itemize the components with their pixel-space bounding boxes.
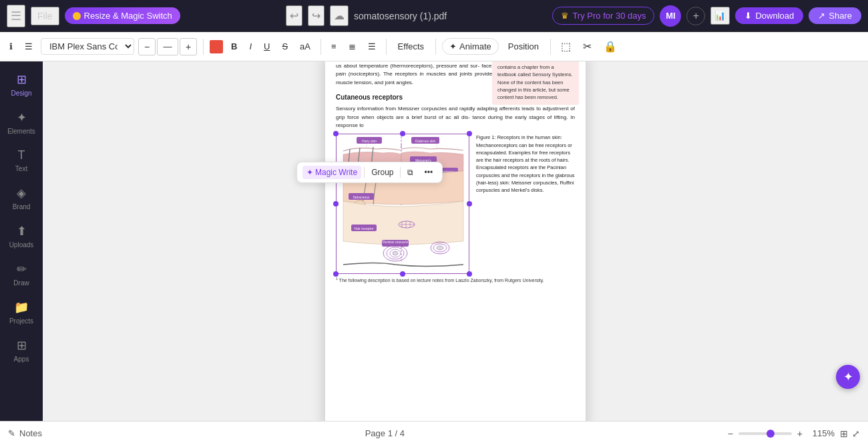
- bottom-bar: ✎ Notes Page 1 / 4 − + 115% ⊞ ⤢: [0, 421, 868, 445]
- redo-button[interactable]: ↪: [308, 5, 324, 26]
- sidebar-item-label: Uploads: [9, 241, 34, 249]
- bold-button[interactable]: B: [227, 39, 241, 54]
- sidebar-item-label: Apps: [14, 355, 29, 363]
- try-pro-button[interactable]: ♛ Try Pro for 30 days: [552, 7, 654, 25]
- sidebar-item-apps[interactable]: ⊞ Apps: [3, 333, 40, 368]
- pink-note: contains a chapter from a textbook calle…: [492, 61, 579, 105]
- canvas-area[interactable]: ✦ Magic Write Group ⧉ ••• contains a cha…: [43, 61, 868, 421]
- italic-button[interactable]: I: [245, 39, 256, 54]
- position-button[interactable]: Position: [503, 39, 544, 54]
- magic-write-icon: ✦: [306, 168, 313, 177]
- file-button[interactable]: File: [31, 7, 59, 25]
- skin-diagram-svg: Hairy skin Glabrous skin: [337, 134, 469, 274]
- divider-5: [550, 39, 551, 55]
- divider-4: [435, 39, 436, 55]
- uploads-icon: ⬆: [17, 224, 27, 239]
- grid-view-button[interactable]: ⊞: [840, 428, 848, 439]
- selection-handle-ml: [333, 201, 339, 206]
- zoom-slider[interactable]: [738, 432, 792, 435]
- font-size-group: − +: [138, 38, 197, 55]
- effects-button[interactable]: Effects: [393, 39, 430, 54]
- sidebar-item-design[interactable]: ⊞ Design: [3, 67, 40, 102]
- info-button[interactable]: ℹ: [5, 39, 17, 54]
- font-size-increase-button[interactable]: +: [180, 38, 197, 55]
- copy-button[interactable]: ⧉: [403, 166, 417, 179]
- zoom-in-button[interactable]: +: [797, 428, 803, 439]
- fullscreen-button[interactable]: ⤢: [852, 428, 860, 439]
- sidebar-item-uploads[interactable]: ⬆ Uploads: [3, 218, 40, 254]
- selection-handle-tr: [467, 131, 472, 136]
- left-sidebar: ⊞ Design ✦ Elements T Text ◈ Brand ⬆ Upl…: [0, 61, 43, 421]
- svg-point-42: [393, 251, 398, 255]
- animate-button[interactable]: ✦ Animate: [442, 38, 499, 55]
- more-options-button[interactable]: •••: [420, 166, 437, 179]
- topbar: ☰ File Resize & Magic Switch ↩ ↪ ☁ somat…: [0, 0, 868, 32]
- font-family-selector[interactable]: IBM Plex Sans Co...: [41, 38, 134, 55]
- animate-icon: ✦: [449, 41, 457, 51]
- notes-icon: ✎: [8, 428, 15, 438]
- zoom-level-label: 115%: [808, 428, 835, 438]
- align-right-button[interactable]: ☰: [364, 39, 380, 54]
- body-text-2: Sensory information from Meissner corpus…: [336, 105, 575, 130]
- pattern-button[interactable]: ⬚: [557, 37, 575, 55]
- sidebar-item-projects[interactable]: 📁 Projects: [3, 295, 40, 330]
- add-collaborator-button[interactable]: +: [686, 7, 705, 25]
- font-size-input[interactable]: [157, 38, 178, 55]
- align-center-button[interactable]: ≣: [345, 39, 360, 54]
- download-button[interactable]: ⬇ Download: [735, 7, 803, 24]
- magic-write-button[interactable]: ✦ Magic Write: [302, 166, 361, 179]
- share-button[interactable]: ↗ Share: [809, 7, 861, 24]
- magic-dot-icon: [73, 12, 81, 20]
- figure-caption: Figure 1: Receptors in the human skin: M…: [476, 134, 575, 274]
- hamburger-button[interactable]: ☰: [7, 5, 25, 27]
- magic-switch-button[interactable]: Resize & Magic Switch: [65, 7, 180, 24]
- analytics-button[interactable]: 📊: [710, 7, 730, 25]
- svg-text:Sebaceous: Sebaceous: [353, 195, 370, 199]
- svg-text:Pacinian corpuscle: Pacinian corpuscle: [383, 241, 408, 244]
- svg-text:Hairy skin: Hairy skin: [362, 139, 377, 143]
- view-buttons: ⊞ ⤢: [840, 428, 860, 439]
- sidebar-item-brand[interactable]: ◈ Brand: [3, 180, 40, 216]
- download-icon: ⬇: [744, 11, 752, 21]
- selection-handle-tm: [400, 131, 405, 136]
- underline-button[interactable]: U: [260, 39, 274, 54]
- crop-button[interactable]: ✂: [579, 37, 596, 55]
- notes-button[interactable]: ✎ Notes: [8, 428, 42, 438]
- filename-label: somatosensory (1).pdf: [354, 11, 447, 21]
- sidebar-item-label: Design: [11, 90, 31, 97]
- sidebar-item-text[interactable]: T Text: [3, 143, 40, 178]
- strikethrough-button[interactable]: S: [278, 39, 292, 54]
- svg-text:Glabrous skin: Glabrous skin: [415, 139, 436, 143]
- lock-button[interactable]: 🔒: [600, 37, 621, 55]
- text-size-button[interactable]: aA: [296, 39, 314, 54]
- magic-icon-button[interactable]: ✦: [836, 365, 860, 389]
- page-info: Page 1 / 4: [365, 428, 405, 438]
- zoom-out-button[interactable]: −: [728, 428, 733, 439]
- font-size-decrease-button[interactable]: −: [138, 38, 156, 55]
- design-icon: ⊞: [17, 72, 27, 87]
- cloud-button[interactable]: ☁: [330, 5, 349, 26]
- sidebar-item-draw[interactable]: ✏ Draw: [3, 257, 40, 292]
- undo-button[interactable]: ↩: [286, 5, 302, 26]
- group-button[interactable]: Group: [367, 166, 397, 179]
- apps-icon: ⊞: [17, 338, 27, 353]
- text-color-button[interactable]: [210, 40, 223, 53]
- float-divider-2: [400, 167, 401, 178]
- crown-icon: ♛: [561, 11, 569, 21]
- zoom-controls: − + 115% ⊞ ⤢: [728, 428, 860, 439]
- footnote-superscript: 1: [336, 277, 338, 281]
- figure-image: Hairy skin Glabrous skin: [336, 134, 469, 274]
- sidebar-item-label: Elements: [7, 128, 35, 135]
- menu-button[interactable]: ☰: [21, 39, 37, 54]
- avatar[interactable]: MI: [660, 5, 681, 27]
- svg-point-45: [437, 246, 443, 250]
- sidebar-item-label: Text: [15, 165, 27, 172]
- selection-handle-bm: [400, 271, 405, 277]
- elements-icon: ✦: [17, 110, 27, 125]
- figure-selection-container[interactable]: Hairy skin Glabrous skin: [336, 134, 469, 274]
- align-left-button[interactable]: ≡: [327, 39, 341, 54]
- topbar-left: ☰ File Resize & Magic Switch: [7, 5, 180, 27]
- toolbar: ℹ ☰ IBM Plex Sans Co... − + B I U S aA ≡…: [0, 32, 868, 61]
- divider-1: [203, 39, 204, 55]
- sidebar-item-elements[interactable]: ✦ Elements: [3, 105, 40, 140]
